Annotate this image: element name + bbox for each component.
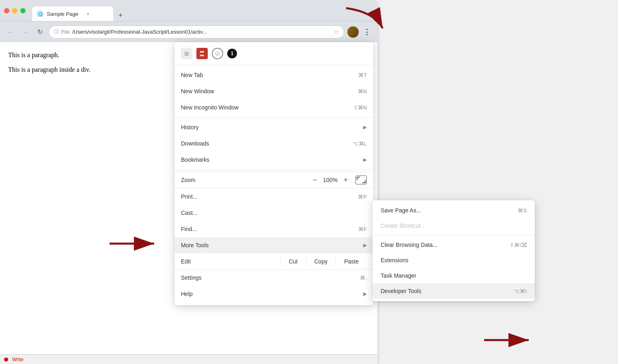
new-incognito-shortcut: ⇧⌘N: [353, 105, 367, 111]
arrow-bottom-right: [480, 330, 537, 352]
bottom-bar: Write: [0, 354, 377, 364]
menu-item-bookmarks[interactable]: Bookmarks ▶: [174, 152, 373, 168]
status-write-text: Write: [12, 357, 24, 362]
clear-browsing-shortcut: ⇧⌘⌫: [510, 242, 527, 248]
divider-2: [174, 169, 373, 170]
submenu-developer-tools[interactable]: Developer Tools ⌥⌘I: [373, 283, 535, 299]
address-label: File: [61, 29, 70, 35]
save-page-shortcut: ⌘S: [518, 208, 527, 214]
paste-button[interactable]: Paste: [336, 256, 367, 267]
downloads-shortcut: ⌥⌘L: [353, 141, 367, 147]
menu-item-print[interactable]: Print... ⌘P: [174, 188, 373, 205]
arrow-middle-left: [106, 233, 162, 255]
close-button[interactable]: [4, 8, 9, 13]
history-label: History: [181, 124, 362, 131]
traffic-lights: [4, 8, 26, 13]
new-window-label: New Window: [181, 88, 358, 94]
refresh-button[interactable]: ↻: [34, 26, 45, 38]
menu-item-more-tools[interactable]: More Tools ▶: [174, 237, 373, 253]
tab-bar: 🌐 Sample Page × +: [32, 0, 126, 21]
zoom-row: Zoom − 100% +: [174, 171, 373, 188]
create-shortcut-label: Create Shortcut...: [381, 223, 527, 229]
cut-button[interactable]: Cut: [280, 256, 306, 267]
zoom-label: Zoom: [181, 177, 308, 183]
task-manager-label: Task Manager: [381, 272, 527, 279]
submenu-divider-1: [373, 235, 535, 236]
help-label: Help: [181, 291, 362, 297]
nav-bar: ← → ↻ ⓘ File /Users/visola/git/Professio…: [0, 21, 377, 42]
settings-shortcut: ⌘,: [360, 275, 367, 281]
settings-label: Settings: [181, 274, 360, 281]
clear-browsing-label: Clear Browsing Data...: [381, 242, 510, 248]
find-shortcut: ⌘F: [358, 226, 367, 232]
menu-item-new-incognito[interactable]: New Incognito Window ⇧⌘N: [174, 99, 373, 116]
submenu-extensions[interactable]: Extensions: [373, 253, 535, 268]
edit-row: Edit Cut Copy Paste: [174, 253, 373, 270]
arrow-top-right: [342, 4, 391, 38]
maximize-button[interactable]: [20, 8, 26, 13]
tab-title: Sample Page: [47, 11, 78, 17]
menu-item-find[interactable]: Find... ⌘F: [174, 221, 373, 237]
history-arrow-icon: ▶: [363, 124, 367, 130]
developer-tools-label: Developer Tools: [381, 288, 514, 294]
menu-item-help[interactable]: Help ▶: [174, 286, 373, 302]
menu-item-cast[interactable]: Cast...: [174, 205, 373, 221]
more-tools-arrow-icon: ▶: [363, 242, 367, 248]
new-tab-label: New Tab: [181, 72, 358, 78]
chrome-menu: ⊞ ■■■■ ☺ 1 New Tab ⌘T New Window ⌘N New …: [174, 42, 373, 305]
submenu-save-page[interactable]: Save Page As... ⌘S: [373, 203, 535, 218]
menu-item-new-tab[interactable]: New Tab ⌘T: [174, 67, 373, 83]
menu-item-history[interactable]: History ▶: [174, 119, 373, 135]
browser-tab[interactable]: 🌐 Sample Page ×: [32, 6, 113, 21]
menu-item-downloads[interactable]: Downloads ⌥⌘L: [174, 135, 373, 152]
zoom-controls: − 100% +: [308, 173, 352, 186]
address-url: /Users/visola/git/Professional-JavaScrip…: [72, 29, 207, 35]
print-label: Print...: [181, 193, 358, 200]
more-tools-label: More Tools: [181, 242, 362, 248]
new-tab-button[interactable]: +: [115, 10, 126, 21]
ext-num-icon[interactable]: 1: [227, 49, 237, 58]
zoom-plus-button[interactable]: +: [339, 173, 352, 186]
minimize-button[interactable]: [12, 8, 17, 13]
new-window-shortcut: ⌘N: [358, 88, 367, 94]
ext-grid-icon[interactable]: ⊞: [181, 48, 192, 59]
extensions-row: ⊞ ■■■■ ☺ 1: [174, 45, 373, 63]
save-page-label: Save Page As...: [381, 207, 518, 214]
more-tools-submenu: Save Page As... ⌘S Create Shortcut... Cl…: [373, 200, 535, 301]
submenu-task-manager[interactable]: Task Manager: [373, 268, 535, 283]
new-tab-shortcut: ⌘T: [358, 72, 367, 78]
print-shortcut: ⌘P: [358, 194, 367, 200]
divider-after-extensions: [174, 65, 373, 65]
address-bar[interactable]: ⓘ File /Users/visola/git/Professional-Ja…: [49, 26, 344, 39]
zoom-percent-display: 100%: [321, 177, 339, 183]
cast-label: Cast...: [181, 210, 367, 216]
menu-item-new-window[interactable]: New Window ⌘N: [174, 83, 373, 99]
submenu-clear-browsing[interactable]: Clear Browsing Data... ⇧⌘⌫: [373, 237, 535, 253]
zoom-fullscreen-button[interactable]: [355, 176, 367, 184]
forward-button[interactable]: →: [19, 26, 31, 38]
downloads-label: Downloads: [181, 140, 353, 147]
bookmarks-label: Bookmarks: [181, 156, 362, 163]
ext-circle-icon[interactable]: ☺: [212, 48, 223, 59]
new-incognito-label: New Incognito Window: [181, 104, 353, 111]
tab-favicon: 🌐: [37, 11, 43, 17]
ext-red-icon[interactable]: ■■■■: [196, 48, 208, 59]
title-bar: 🌐 Sample Page × +: [0, 0, 377, 21]
help-arrow-icon: ▶: [363, 291, 367, 297]
address-info-icon: ⓘ: [54, 28, 59, 35]
menu-item-settings[interactable]: Settings ⌘,: [174, 270, 373, 286]
bookmark-star-icon[interactable]: ☆: [334, 29, 339, 35]
divider-1: [174, 117, 373, 118]
developer-tools-shortcut: ⌥⌘I: [514, 288, 527, 294]
bookmarks-arrow-icon: ▶: [363, 157, 367, 163]
tab-close-button[interactable]: ×: [85, 11, 91, 17]
find-label: Find...: [181, 226, 358, 232]
edit-label: Edit: [181, 258, 280, 265]
copy-button[interactable]: Copy: [306, 256, 336, 267]
zoom-minus-button[interactable]: −: [308, 173, 321, 186]
extensions-label: Extensions: [381, 257, 527, 263]
submenu-create-shortcut: Create Shortcut...: [373, 218, 535, 233]
status-dot: [4, 358, 8, 362]
back-button[interactable]: ←: [5, 26, 16, 38]
